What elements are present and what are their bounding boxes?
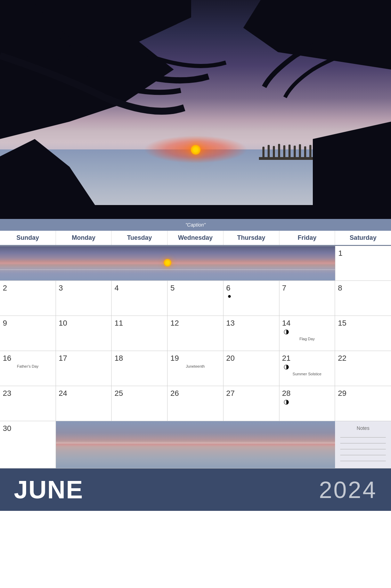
horizon-line (0, 269, 335, 270)
cell-day-3: 3 (56, 281, 112, 316)
cell-day-2: 2 (0, 281, 56, 316)
day-number-1: 1 (338, 249, 388, 258)
day-number-19: 19 (170, 354, 220, 363)
caption-bar: "Caption" (0, 219, 391, 231)
event-juneteenth: Juneteenth (170, 364, 220, 368)
cell-day-13: 13 (223, 316, 279, 351)
notes-line-4 (340, 455, 386, 455)
svg-rect-4 (0, 205, 391, 219)
moon-icon-14: ◑ (284, 328, 289, 335)
cell-day-12: 12 (168, 316, 223, 351)
header-monday: Monday (56, 231, 112, 245)
day-number-5: 5 (170, 284, 220, 293)
cell-day-29: 29 (335, 386, 391, 421)
day-number-12: 12 (170, 319, 220, 328)
day-headers: Sunday Monday Tuesday Wednesday Thursday… (0, 231, 391, 246)
caption-text: "Caption" (185, 222, 205, 228)
day-number-28: 28 (282, 389, 332, 398)
cell-day-28: 28 ◑ (279, 386, 335, 421)
cell-day-5: 5 (168, 281, 223, 316)
svg-marker-3 (313, 122, 391, 219)
cell-day-9: 9 (0, 316, 56, 351)
moon-icon-21: ◑ (284, 363, 289, 370)
header-saturday: Saturday (335, 231, 391, 245)
header-friday: Friday (279, 231, 335, 245)
day-number-10: 10 (59, 319, 109, 328)
day-number-15: 15 (338, 319, 388, 328)
week1-image (0, 246, 335, 280)
notes-title: Notes (340, 425, 386, 431)
cell-day-21: 21 ◑ Summer Solstice (279, 351, 335, 386)
day-number-17: 17 (59, 354, 109, 363)
cell-day-18: 18 (112, 351, 168, 386)
header-sunday: Sunday (0, 231, 56, 245)
cell-day-6: 6 ● (223, 281, 279, 316)
day-number-14: 14 (282, 319, 332, 328)
day-number-13: 13 (226, 319, 276, 328)
calendar-week-3: 9 10 11 12 13 14 ◑ Flag Day 15 (0, 316, 391, 351)
day-number-29: 29 (338, 389, 388, 398)
cell-day-19: 19 Juneteenth (168, 351, 223, 386)
day-number-7: 7 (282, 284, 332, 293)
footer-year: 2024 (319, 476, 377, 503)
day-number-24: 24 (59, 389, 109, 398)
calendar-week-4: 16 Father's Day 17 18 19 Juneteenth 20 2… (0, 351, 391, 386)
cell-day-24: 24 (56, 386, 112, 421)
cell-day-20: 20 (223, 351, 279, 386)
hero-photo (0, 0, 391, 219)
day-number-18: 18 (114, 354, 164, 363)
day-number-3: 3 (59, 284, 109, 293)
calendar-week-1: 1 (0, 246, 391, 281)
event-summer-solstice: Summer Solstice (282, 372, 332, 376)
cell-day-10: 10 (56, 316, 112, 351)
moon-icon-6: ● (228, 293, 231, 300)
event-flag-day: Flag Day (282, 337, 332, 341)
event-fathers-day: Father's Day (3, 364, 53, 368)
day-number-11: 11 (114, 319, 164, 328)
cell-day-14: 14 ◑ Flag Day (279, 316, 335, 351)
cell-day-26: 26 (168, 386, 223, 421)
header-thursday: Thursday (223, 231, 279, 245)
cell-day-11: 11 (112, 316, 168, 351)
header-tuesday: Tuesday (112, 231, 168, 245)
cell-day-30: 30 (0, 421, 56, 468)
day-number-8: 8 (338, 284, 388, 293)
day-number-30: 30 (3, 424, 53, 433)
day-number-22: 22 (338, 354, 388, 363)
footer: JUNE 2024 (0, 468, 391, 511)
svg-marker-0 (0, 0, 191, 139)
calendar-week-5: 23 24 25 26 27 28 ◑ 29 (0, 386, 391, 421)
day-number-20: 20 (226, 354, 276, 363)
notes-line-3 (340, 449, 386, 449)
day-number-27: 27 (226, 389, 276, 398)
day-number-25: 25 (114, 389, 164, 398)
week1-sun (164, 259, 171, 267)
week6-image (56, 421, 335, 468)
cell-day-27: 27 (223, 386, 279, 421)
calendar-grid: 1 2 3 4 5 6 ● 7 8 9 10 (0, 246, 391, 468)
day-number-26: 26 (170, 389, 220, 398)
cell-day-1: 1 (335, 246, 391, 280)
cell-day-22: 22 (335, 351, 391, 386)
day-number-9: 9 (3, 319, 53, 328)
svg-marker-1 (243, 0, 391, 70)
cell-day-7: 7 (279, 281, 335, 316)
day-number-4: 4 (114, 284, 164, 293)
cell-day-4: 4 (112, 281, 168, 316)
day-number-16: 16 (3, 354, 53, 363)
footer-month: JUNE (14, 475, 83, 504)
day-number-6: 6 (226, 284, 276, 293)
notes-line-1 (340, 437, 386, 438)
notes-line-2 (340, 443, 386, 443)
cell-day-23: 23 (0, 386, 56, 421)
day-number-21: 21 (282, 354, 332, 363)
moon-icon-28: ◑ (284, 398, 289, 406)
glow-line (56, 441, 335, 442)
palm-fronds (0, 0, 391, 219)
cell-day-16: 16 Father's Day (0, 351, 56, 386)
notes-line-5 (340, 461, 386, 461)
cell-day-25: 25 (112, 386, 168, 421)
day-number-2: 2 (3, 284, 53, 293)
header-wednesday: Wednesday (168, 231, 223, 245)
horizon-line-2 (56, 442, 335, 443)
